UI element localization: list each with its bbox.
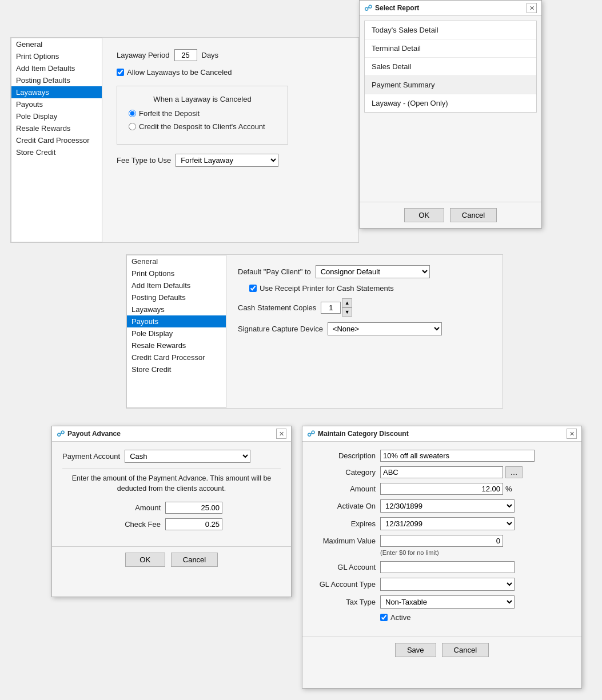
allow-layaways-checkbox[interactable] — [117, 69, 124, 76]
sidebar-item-payouts-2[interactable]: Payouts — [127, 315, 226, 327]
category-browse-button[interactable]: … — [505, 466, 523, 478]
active-checkbox[interactable] — [380, 614, 388, 621]
sidebar-item-print-options-1[interactable]: Print Options — [11, 50, 102, 62]
discount-icon: ☍ — [307, 429, 315, 438]
tax-type-label: Tax Type — [313, 598, 376, 606]
payment-account-label: Payment Account — [62, 452, 120, 461]
default-pay-client-select[interactable]: Consignor Default — [316, 265, 430, 278]
amount-label-mcd: Amount — [313, 485, 376, 493]
sidebar-item-resale-rewards-2[interactable]: Resale Rewards — [127, 339, 226, 351]
signature-capture-select[interactable]: <None> — [328, 322, 442, 335]
report-item-4[interactable]: Layaway - (Open Only) — [365, 94, 536, 112]
check-fee-input[interactable] — [165, 518, 222, 530]
maintain-category-discount-dialog: ☍ Maintain Category Discount ✕ Descripti… — [302, 426, 582, 689]
payout-icon: ☍ — [57, 429, 65, 438]
report-item-0[interactable]: Today's Sales Detail — [365, 21, 536, 39]
payout-advance-cancel-button[interactable]: Cancel — [171, 553, 218, 567]
gl-account-type-select[interactable] — [380, 578, 515, 591]
use-receipt-printer-checkbox[interactable] — [249, 285, 257, 292]
report-item-2[interactable]: Sales Detail — [365, 58, 536, 76]
amount-label: Amount — [121, 503, 161, 512]
payout-advance-btn-bar: OK Cancel — [52, 546, 291, 573]
sidebar-item-resale-rewards-1[interactable]: Resale Rewards — [11, 122, 102, 134]
category-label: Category — [313, 468, 376, 477]
credit-radio[interactable] — [129, 123, 136, 130]
sidebar-item-credit-card-2[interactable]: Credit Card Processor — [127, 351, 226, 363]
select-report-cancel-button[interactable]: Cancel — [450, 208, 497, 222]
fee-type-select[interactable]: Forfeit Layaway — [176, 154, 278, 167]
credit-label: Credit the Desposit to Client's Account — [139, 122, 265, 131]
sidebar-item-add-item-defaults-2[interactable]: Add Item Defaults — [127, 279, 226, 291]
cancel-button-mcd[interactable]: Cancel — [442, 643, 489, 657]
sidebar-item-posting-defaults-2[interactable]: Posting Defaults — [127, 291, 226, 303]
activate-on-label: Activate On — [313, 502, 376, 510]
cash-statement-spinner: ▲ ▼ — [321, 298, 352, 317]
sidebar-item-payouts-1[interactable]: Payouts — [11, 98, 102, 110]
activate-on-select[interactable]: 12/30/1899 — [380, 499, 515, 513]
sidebar-item-general-2[interactable]: General — [127, 255, 226, 267]
active-label: Active — [390, 613, 410, 622]
select-report-dialog: ☍ Select Report ✕ Today's Sales Detail T… — [359, 0, 542, 229]
report-list: Today's Sales Detail Terminal Detail Sal… — [364, 21, 537, 113]
maintain-category-discount-titlebar: ☍ Maintain Category Discount ✕ — [302, 426, 581, 442]
sidebar-item-posting-defaults-1[interactable]: Posting Defaults — [11, 74, 102, 86]
payouts-settings-panel: General Print Options Add Item Defaults … — [126, 254, 503, 409]
select-report-ok-button[interactable]: OK — [404, 208, 444, 222]
maintain-category-discount-btn-bar: Save Cancel — [302, 637, 581, 663]
description-input[interactable] — [380, 450, 535, 462]
default-pay-client-label: Default "Pay Client" to — [238, 267, 311, 276]
sidebar-item-print-options-2[interactable]: Print Options — [127, 267, 226, 279]
report-icon: ☍ — [364, 3, 372, 13]
gl-account-type-label: GL Account Type — [313, 580, 376, 589]
forfeit-radio[interactable] — [129, 110, 136, 117]
amount-input-mcd[interactable] — [380, 483, 503, 495]
sidebar-item-layaways-2[interactable]: Layaways — [127, 303, 226, 315]
settings-sidebar-2: General Print Options Add Item Defaults … — [126, 255, 226, 408]
expires-label: Expires — [313, 519, 376, 528]
settings-sidebar-1: General Print Options Add Item Defaults … — [11, 38, 102, 242]
description-label: Description — [313, 451, 376, 460]
tax-type-select[interactable]: Non-Taxable — [380, 595, 515, 609]
when-canceled-label: When a Layaway is Canceled — [153, 95, 251, 103]
sidebar-item-credit-card-1[interactable]: Credit Card Processor — [11, 134, 102, 146]
category-input[interactable] — [380, 466, 503, 478]
payout-advance-dialog: ☍ Payout Advance ✕ Payment Account Cash … — [51, 426, 292, 597]
amount-input[interactable] — [165, 502, 222, 514]
maintain-category-discount-close[interactable]: ✕ — [567, 429, 577, 439]
fee-type-label: Fee Type to Use — [117, 156, 171, 165]
gl-account-label: GL Account — [313, 563, 376, 571]
cash-copies-up-btn[interactable]: ▲ — [342, 298, 352, 307]
payout-advance-close[interactable]: ✕ — [276, 429, 286, 439]
sidebar-item-pole-display-2[interactable]: Pole Display — [127, 327, 226, 339]
select-report-close[interactable]: ✕ — [527, 3, 537, 13]
select-report-title: Select Report — [375, 4, 419, 12]
sidebar-item-layaways-1[interactable]: Layaways — [11, 86, 102, 98]
gl-account-input[interactable] — [380, 561, 515, 573]
select-report-titlebar: ☍ Select Report ✕ — [360, 1, 541, 16]
layaway-period-label: Layaway Period — [117, 51, 170, 59]
payout-advance-ok-button[interactable]: OK — [125, 553, 165, 567]
maximum-value-input[interactable] — [380, 535, 503, 547]
cash-copies-down-btn[interactable]: ▼ — [342, 307, 352, 317]
report-item-3[interactable]: Payment Summary — [365, 76, 536, 94]
report-item-1[interactable]: Terminal Detail — [365, 39, 536, 58]
payout-advance-title: Payout Advance — [67, 430, 121, 438]
days-label: Days — [202, 51, 219, 59]
save-button[interactable]: Save — [395, 643, 436, 657]
sidebar-item-add-item-defaults-1[interactable]: Add Item Defaults — [11, 62, 102, 74]
signature-capture-label: Signature Capture Device — [238, 325, 323, 333]
amount-suffix: % — [505, 485, 512, 493]
expires-select[interactable]: 12/31/2099 — [380, 517, 515, 530]
sidebar-item-pole-display-1[interactable]: Pole Display — [11, 110, 102, 122]
cash-statement-copies-label: Cash Statement Copies — [238, 303, 316, 312]
use-receipt-printer-label: Use Receipt Printer for Cash Statements — [260, 284, 394, 293]
payment-account-select[interactable]: Cash — [125, 450, 250, 463]
sidebar-item-store-credit-2[interactable]: Store Credit — [127, 363, 226, 375]
select-report-btn-bar: OK Cancel — [360, 202, 541, 228]
payout-description-text: Enter the amount of the Payment Advance.… — [72, 474, 272, 493]
sidebar-item-store-credit-1[interactable]: Store Credit — [11, 146, 102, 158]
sidebar-item-general-1[interactable]: General — [11, 38, 102, 50]
maintain-category-discount-title: Maintain Category Discount — [318, 430, 409, 438]
cash-statement-copies-input[interactable] — [321, 302, 341, 314]
layaway-period-input[interactable] — [174, 49, 197, 61]
